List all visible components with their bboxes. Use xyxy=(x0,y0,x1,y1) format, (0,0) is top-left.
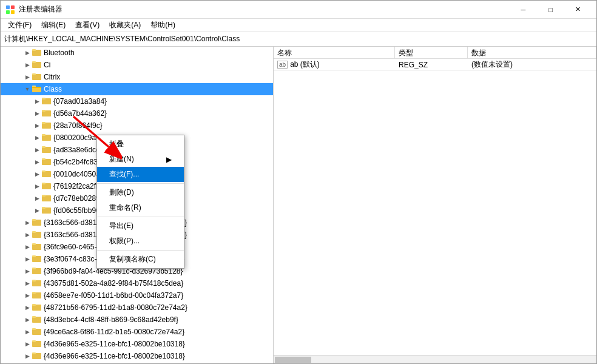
folder-icon xyxy=(32,351,42,361)
ctx-rename[interactable]: 重命名(R) xyxy=(97,200,184,215)
tree-item-sub-0[interactable]: ▶ {07aad01a3a84} xyxy=(1,95,273,107)
svg-rect-45 xyxy=(32,280,36,281)
folder-icon xyxy=(32,242,42,252)
expand-arrow: ▶ xyxy=(22,254,32,264)
horizontal-scrollbar[interactable] xyxy=(274,355,596,363)
tree-label: Ci xyxy=(44,61,50,69)
ctx-permissions[interactable]: 权限(P)... xyxy=(97,234,184,249)
expand-arrow: ▶ xyxy=(22,351,32,361)
svg-rect-47 xyxy=(32,292,36,294)
svg-rect-2 xyxy=(6,10,10,14)
expand-arrow: ▶ xyxy=(22,327,32,337)
close-button[interactable]: ✕ xyxy=(564,1,592,19)
main-content: ▶ Bluetooth ▶ Ci ▶ Citrix xyxy=(1,47,596,363)
expand-arrow: ▶ xyxy=(22,230,32,240)
tree-item-bluetooth[interactable]: ▶ Bluetooth xyxy=(1,47,273,59)
svg-rect-49 xyxy=(32,304,36,306)
svg-rect-53 xyxy=(32,328,36,330)
svg-rect-15 xyxy=(42,98,46,99)
expand-arrow: ▶ xyxy=(32,96,42,106)
expand-arrow: ▶ xyxy=(22,60,32,70)
expand-arrow: ▶ xyxy=(32,157,42,167)
svg-rect-41 xyxy=(32,255,36,257)
registry-editor-window: 注册表编辑器 ─ □ ✕ 文件(F) 编辑(E) 查看(V) 收藏夹(A) 帮助… xyxy=(0,0,597,364)
col-header-name: 名称 xyxy=(274,47,395,58)
expand-arrow: ▶ xyxy=(32,194,42,203)
reg-row-0[interactable]: ab ab (默认) REG_SZ (数值未设置) xyxy=(274,59,596,71)
maximize-button[interactable]: □ xyxy=(537,1,564,19)
tree-item-guid-5[interactable]: ▶ {43675d81-502a-4a82-9f84-b75f418c5dea} xyxy=(1,277,273,289)
tree-item-guid-6[interactable]: ▶ {4658ee7e-f050-11d1-b6bd-00c04fa372a7} xyxy=(1,289,273,302)
folder-icon xyxy=(32,60,42,70)
folder-icon xyxy=(32,48,42,58)
ab-icon: ab xyxy=(277,61,288,69)
folder-icon xyxy=(42,206,52,215)
svg-rect-33 xyxy=(42,207,46,209)
ctx-separator-3 xyxy=(97,250,184,251)
menu-view[interactable]: 查看(V) xyxy=(70,19,104,32)
right-panel-header: 名称 类型 数据 xyxy=(274,47,596,59)
ctx-delete[interactable]: 删除(D) xyxy=(97,185,184,200)
svg-rect-6 xyxy=(32,49,36,51)
expand-arrow: ▶ xyxy=(22,339,32,349)
menu-bar: 文件(F) 编辑(E) 查看(V) 收藏夹(A) 帮助(H) xyxy=(1,19,596,32)
tree-label: {28a70f864f9c} xyxy=(53,121,103,130)
folder-icon xyxy=(32,327,42,337)
right-panel-content: ab ab (默认) REG_SZ (数值未设置) xyxy=(274,59,596,355)
tree-label: {43675d81-502a-4a82-9f84-b75f418c5dea} xyxy=(44,279,183,288)
folder-icon xyxy=(42,96,52,106)
tree-label: {4d36e965-e325-11ce-bfc1-08002be10318} xyxy=(44,340,185,348)
tree-item-class[interactable]: ▼ Class xyxy=(1,83,273,95)
folder-icon xyxy=(32,254,42,264)
folder-icon xyxy=(32,339,42,349)
folder-icon xyxy=(32,278,42,288)
folder-icon xyxy=(32,315,42,325)
svg-rect-37 xyxy=(32,231,36,233)
tree-label: Citrix xyxy=(44,73,60,81)
tree-label: {d56a7b44a362} xyxy=(53,109,107,118)
ctx-export[interactable]: 导出(E) xyxy=(97,218,184,234)
col-header-data: 数据 xyxy=(468,47,596,58)
svg-rect-55 xyxy=(32,340,36,342)
folder-icon xyxy=(32,230,42,240)
svg-rect-27 xyxy=(42,170,46,172)
ctx-separator-1 xyxy=(97,183,184,184)
svg-rect-51 xyxy=(32,316,36,318)
folder-icon xyxy=(42,181,52,191)
folder-icon xyxy=(32,291,42,300)
menu-favorites[interactable]: 收藏夹(A) xyxy=(104,19,146,32)
svg-rect-10 xyxy=(32,73,36,75)
tree-item-sub-2[interactable]: ▶ {28a70f864f9c} xyxy=(1,120,273,132)
address-label: 计算机\HKEY_LOCAL_MACHINE\SYSTEM\ControlSet… xyxy=(4,34,240,44)
expand-arrow: ▶ xyxy=(22,72,32,82)
tree-item-guid-10[interactable]: ▶ {4d36e965-e325-11ce-bfc1-08002be10318} xyxy=(1,338,273,350)
tree-item-sub-1[interactable]: ▶ {d56a7b44a362} xyxy=(1,107,273,120)
tree-label: {07aad01a3a84} xyxy=(53,97,107,106)
tree-panel[interactable]: ▶ Bluetooth ▶ Ci ▶ Citrix xyxy=(1,47,274,363)
ctx-collapse[interactable]: 折叠 xyxy=(97,136,184,152)
expand-arrow: ▶ xyxy=(32,169,42,179)
menu-edit[interactable]: 编辑(E) xyxy=(36,19,70,32)
tree-item-guid-8[interactable]: ▶ {48d3ebc4-4cf8-48ff-b869-9c68ad42eb9f} xyxy=(1,314,273,326)
tree-item-ci[interactable]: ▶ Ci xyxy=(1,59,273,71)
scroll-track xyxy=(274,356,596,363)
menu-file[interactable]: 文件(F) xyxy=(3,19,36,32)
ctx-copy-name[interactable]: 复制项名称(C) xyxy=(97,252,184,267)
tree-item-citrix[interactable]: ▶ Citrix xyxy=(1,71,273,83)
tree-label: {49ce6ac8-6f86-11d2-b1e5-0080c72e74a2} xyxy=(44,328,184,336)
tree-item-guid-11[interactable]: ▶ {4d36e966-e325-11ce-bfc1-08002be10318} xyxy=(1,350,273,362)
minimize-button[interactable]: ─ xyxy=(510,1,537,19)
tree-item-guid-9[interactable]: ▶ {49ce6ac8-6f86-11d2-b1e5-0080c72e74a2} xyxy=(1,326,273,338)
ctx-separator-2 xyxy=(97,217,184,217)
reg-name-cell: ab ab (默认) xyxy=(274,59,395,71)
svg-rect-23 xyxy=(42,146,46,148)
menu-help[interactable]: 帮助(H) xyxy=(146,19,180,32)
folder-icon xyxy=(32,266,42,276)
folder-icon xyxy=(42,133,52,143)
ctx-find[interactable]: 查找(F)... xyxy=(97,167,184,182)
ctx-new[interactable]: 新建(N) ▶ xyxy=(97,152,184,167)
expand-arrow: ▶ xyxy=(22,48,32,58)
tree-item-guid-7[interactable]: ▶ {48721b56-6795-11d2-b1a8-0080c72e74a2} xyxy=(1,302,273,314)
scroll-thumb[interactable] xyxy=(275,357,311,363)
tree-label: {4d36e966-e325-11ce-bfc1-08002be10318} xyxy=(44,352,185,360)
